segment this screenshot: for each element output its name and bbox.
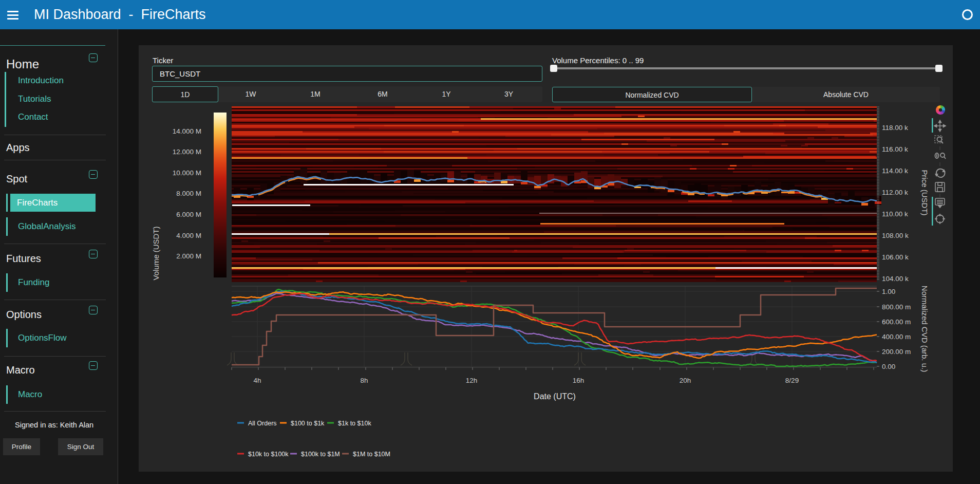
- svg-text:106.00 k: 106.00 k: [882, 253, 909, 261]
- svg-text:8.000 M: 8.000 M: [176, 190, 201, 197]
- svg-text:$10k to $100k: $10k to $100k: [248, 451, 289, 458]
- svg-text:8h: 8h: [360, 377, 368, 384]
- svg-text:2.000 M: 2.000 M: [176, 252, 201, 260]
- svg-text:10.000 M: 10.000 M: [173, 169, 201, 177]
- svg-text:4.000 M: 4.000 M: [176, 232, 201, 239]
- svg-text:112.00 k: 112.00 k: [882, 189, 908, 196]
- svg-text:14.000 M: 14.000 M: [173, 127, 201, 135]
- svg-text:Volume (USDT): Volume (USDT): [152, 226, 160, 280]
- svg-text:400.00 m: 400.00 m: [882, 333, 911, 341]
- svg-text:8/29: 8/29: [785, 377, 799, 384]
- svg-text:116.00 k: 116.00 k: [882, 145, 908, 153]
- svg-text:0.00: 0.00: [882, 363, 895, 370]
- svg-text:6.000 M: 6.000 M: [176, 211, 201, 218]
- svg-text:16h: 16h: [573, 377, 585, 384]
- svg-text:118.00 k: 118.00 k: [882, 124, 908, 132]
- svg-text:20h: 20h: [680, 377, 691, 384]
- svg-text:800.00 m: 800.00 m: [882, 303, 911, 311]
- svg-text:Price (USDT): Price (USDT): [920, 170, 929, 215]
- svg-text:$1k to $10k: $1k to $10k: [338, 420, 371, 427]
- svg-text:Normalized CVD (arb. u.): Normalized CVD (arb. u.): [920, 286, 929, 372]
- svg-text:12h: 12h: [466, 377, 478, 384]
- svg-text:$100 to $1k: $100 to $1k: [291, 420, 325, 427]
- svg-text:12.000 M: 12.000 M: [173, 148, 201, 156]
- svg-text:4h: 4h: [253, 377, 261, 384]
- svg-text:110.00 k: 110.00 k: [882, 210, 908, 218]
- svg-text:$100k to $1M: $100k to $1M: [301, 451, 340, 458]
- svg-text:All Orders: All Orders: [248, 420, 277, 427]
- svg-text:1.00: 1.00: [882, 288, 895, 295]
- svg-text:Date (UTC): Date (UTC): [534, 392, 576, 401]
- svg-text:114.00 k: 114.00 k: [882, 167, 908, 175]
- svg-text:600.00 m: 600.00 m: [882, 318, 911, 326]
- svg-text:$1M to $10M: $1M to $10M: [353, 451, 390, 458]
- svg-text:108.00 k: 108.00 k: [882, 232, 909, 239]
- svg-text:104.00 k: 104.00 k: [882, 275, 909, 283]
- svg-text:200.00 m: 200.00 m: [882, 348, 911, 356]
